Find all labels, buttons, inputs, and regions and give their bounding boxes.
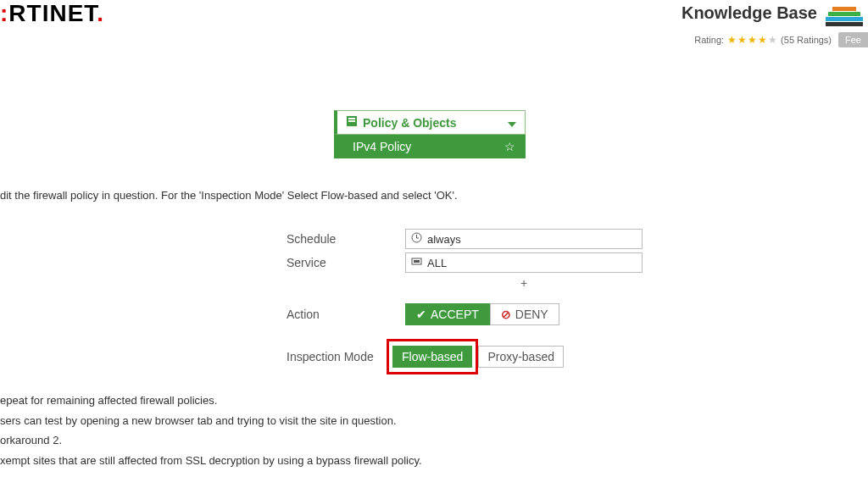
text-line: orkaround 2. (0, 432, 422, 450)
service-label: Service (287, 256, 405, 269)
flow-based-button[interactable]: Flow-based (392, 346, 472, 368)
rating-row: Rating: ★ ★ ★ ★ ★ (55 Ratings) Fee (694, 32, 868, 47)
logo: :RTINET. (0, 0, 104, 27)
clock-icon (411, 232, 422, 246)
star-icon: ★ (748, 34, 757, 46)
add-service-button[interactable]: + (405, 276, 643, 290)
svg-rect-5 (348, 118, 355, 119)
accept-button[interactable]: ✔ ACCEPT (405, 303, 490, 325)
schedule-field[interactable]: always (405, 229, 643, 249)
chevron-down-icon (508, 116, 516, 130)
text-line: sers can test by opening a new browser t… (0, 413, 422, 430)
nav-child-ipv4-policy[interactable]: IPv4 Policy ☆ (334, 135, 526, 158)
body-text: epeat for remaining affected firewall po… (0, 390, 422, 473)
policy-icon (346, 115, 358, 130)
svg-rect-3 (826, 22, 863, 26)
star-icon: ★ (758, 34, 767, 46)
header: :RTINET. Knowledge Base Rating: ★ ★ ★ ★ … (0, 0, 868, 51)
schedule-value: always (427, 233, 461, 246)
policy-form: Schedule always Service ALL + Action ✔ (287, 229, 643, 374)
instruction-text: dit the firewall policy in question. For… (0, 189, 868, 202)
text-line: xempt sites that are still affected from… (0, 452, 422, 470)
rating-count: (55 Ratings) (781, 35, 832, 45)
star-icon: ★ (768, 34, 777, 46)
rating-label: Rating: (694, 35, 724, 45)
service-field[interactable]: ALL (405, 252, 643, 273)
svg-rect-9 (414, 260, 420, 263)
service-value: ALL (427, 257, 447, 269)
kb-title: Knowledge Base (682, 3, 817, 23)
deny-icon: ⊘ (501, 308, 511, 321)
highlight-box: Flow-based (387, 339, 478, 374)
action-label: Action (287, 308, 405, 321)
books-icon (826, 5, 863, 33)
proxy-based-button[interactable]: Proxy-based (478, 346, 564, 368)
check-icon: ✔ (416, 308, 426, 321)
deny-button[interactable]: ⊘ DENY (490, 303, 559, 325)
nav-parent-policy-objects[interactable]: Policy & Objects (334, 110, 526, 135)
schedule-label: Schedule (287, 232, 405, 246)
inspection-mode-label: Inspection Mode (287, 350, 387, 363)
nav-menu: Policy & Objects IPv4 Policy ☆ (334, 110, 526, 158)
text-line: epeat for remaining affected firewall po… (0, 392, 422, 410)
feedback-button[interactable]: Fee (838, 32, 868, 47)
svg-rect-2 (832, 7, 856, 11)
star-outline-icon[interactable]: ☆ (504, 140, 515, 153)
svg-rect-0 (826, 17, 863, 21)
service-icon (411, 256, 422, 269)
svg-rect-1 (828, 12, 860, 16)
star-icon: ★ (727, 34, 737, 46)
star-icon: ★ (737, 34, 747, 46)
svg-rect-6 (348, 120, 355, 122)
rating-stars[interactable]: ★ ★ ★ ★ ★ (727, 34, 777, 46)
